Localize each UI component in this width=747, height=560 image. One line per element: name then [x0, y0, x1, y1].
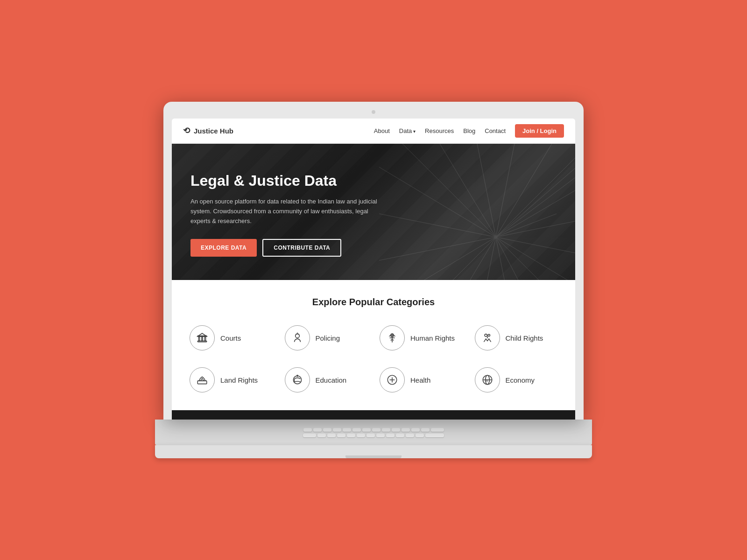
- education-icon-circle: [285, 367, 310, 392]
- svg-line-0: [496, 144, 575, 237]
- key: [421, 428, 430, 432]
- human-rights-icon-circle: [380, 325, 405, 350]
- key: [396, 434, 404, 437]
- svg-line-17: [379, 167, 496, 237]
- land-rights-icon-circle: [190, 367, 215, 392]
- key: [382, 428, 390, 432]
- policing-icon-circle: [285, 325, 310, 350]
- key: [343, 428, 351, 432]
- dark-footer-bar: [172, 410, 575, 420]
- hero-title: Legal & Justice Data: [190, 172, 387, 189]
- key: [317, 434, 326, 437]
- education-label: Education: [316, 376, 347, 384]
- key: [392, 428, 400, 432]
- svg-text:$: $: [486, 378, 488, 383]
- contribute-data-button[interactable]: CONTRIBUTE DATA: [262, 239, 341, 257]
- key: [425, 434, 444, 437]
- logo-area: ⟲ Justice Hub: [183, 126, 233, 136]
- svg-line-20: [472, 144, 496, 237]
- categories-grid: Courts Policing: [186, 322, 561, 396]
- svg-line-4: [496, 214, 557, 237]
- key: [337, 434, 345, 437]
- category-health[interactable]: Health: [376, 364, 466, 396]
- svg-rect-24: [198, 337, 199, 341]
- nav-blog[interactable]: Blog: [463, 127, 475, 134]
- svg-line-1: [496, 144, 575, 237]
- navbar: ⟲ Justice Hub About Data Resources Blog …: [172, 119, 575, 144]
- land-rights-icon: [196, 374, 208, 386]
- child-rights-icon: [481, 332, 493, 344]
- human-rights-icon: [386, 332, 398, 344]
- health-icon-circle: [380, 367, 405, 392]
- join-login-button[interactable]: Join / Login: [515, 124, 564, 138]
- svg-line-19: [426, 144, 496, 237]
- svg-point-34: [485, 334, 487, 336]
- svg-line-16: [379, 214, 496, 237]
- economy-icon-circle: $: [475, 367, 500, 392]
- key: [323, 428, 331, 432]
- laptop-base: [155, 445, 592, 458]
- policing-label: Policing: [316, 334, 340, 342]
- keyboard-row-1: [188, 428, 559, 432]
- nav-about[interactable]: About: [374, 127, 390, 134]
- human-rights-label: Human Rights: [410, 334, 455, 342]
- child-rights-label: Child Rights: [506, 334, 543, 342]
- categories-section: Explore Popular Categories: [172, 280, 575, 410]
- key: [416, 434, 424, 437]
- nav-resources[interactable]: Resources: [425, 127, 454, 134]
- health-icon: [386, 374, 398, 386]
- key: [402, 428, 410, 432]
- svg-line-21: [496, 144, 519, 237]
- key: [303, 434, 316, 437]
- keyboard-area: [155, 420, 592, 445]
- key: [362, 428, 371, 432]
- laptop-mockup: ⟲ Justice Hub About Data Resources Blog …: [163, 102, 584, 459]
- key: [333, 428, 341, 432]
- key: [357, 434, 365, 437]
- hero-content: Legal & Justice Data An open source plat…: [190, 172, 387, 257]
- hero-section: Legal & Justice Data An open source plat…: [172, 144, 575, 280]
- explore-data-button[interactable]: EXPLORE DATA: [190, 239, 257, 257]
- category-land-rights[interactable]: Land Rights: [186, 364, 276, 396]
- svg-line-22: [496, 144, 566, 237]
- key: [347, 434, 355, 437]
- category-education[interactable]: Education: [281, 364, 372, 396]
- land-rights-label: Land Rights: [220, 376, 258, 384]
- nav-contact[interactable]: Contact: [485, 127, 506, 134]
- nav-data[interactable]: Data: [399, 127, 416, 134]
- child-rights-icon-circle: [475, 325, 500, 350]
- svg-rect-28: [197, 336, 207, 337]
- key: [366, 434, 375, 437]
- svg-rect-36: [197, 381, 207, 385]
- keyboard-row-2: [188, 434, 559, 437]
- key: [411, 428, 420, 432]
- economy-label: Economy: [506, 376, 535, 384]
- svg-line-13: [379, 237, 496, 280]
- key: [431, 428, 444, 432]
- key: [313, 428, 322, 432]
- svg-rect-25: [202, 337, 203, 341]
- category-economy[interactable]: $ Economy: [471, 364, 562, 396]
- courts-icon-circle: [190, 325, 215, 350]
- svg-line-9: [496, 237, 557, 280]
- svg-rect-26: [204, 337, 205, 341]
- hero-buttons: EXPLORE DATA CONTRIBUTE DATA: [190, 239, 387, 257]
- courts-icon: [196, 332, 208, 344]
- category-human-rights[interactable]: Human Rights: [376, 322, 466, 354]
- svg-line-15: [379, 237, 496, 260]
- category-courts[interactable]: Courts: [186, 322, 276, 354]
- nav-links: About Data Resources Blog Contact Join /…: [374, 124, 564, 138]
- hero-description: An open source platform for data related…: [190, 197, 387, 226]
- key: [372, 428, 381, 432]
- svg-line-7: [496, 237, 575, 280]
- svg-line-8: [496, 237, 575, 280]
- camera-dot: [372, 110, 375, 114]
- category-child-rights[interactable]: Child Rights: [471, 322, 562, 354]
- education-icon: [291, 374, 303, 386]
- svg-line-11: [472, 237, 496, 280]
- laptop-screen-shell: ⟲ Justice Hub About Data Resources Blog …: [163, 102, 584, 420]
- category-policing[interactable]: Policing: [281, 322, 372, 354]
- keyboard-rows: [188, 428, 559, 437]
- svg-line-18: [379, 144, 496, 237]
- key: [386, 434, 395, 437]
